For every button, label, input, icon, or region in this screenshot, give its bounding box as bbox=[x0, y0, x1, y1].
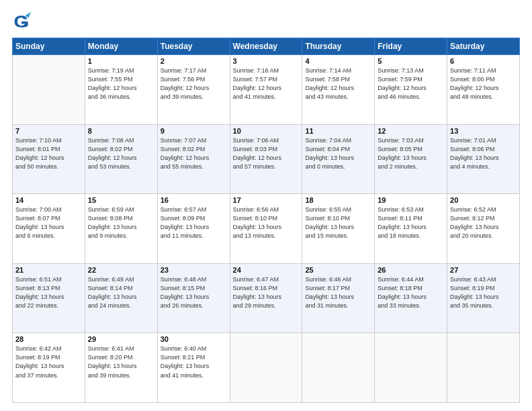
day-number: 7 bbox=[15, 127, 82, 135]
day-number: 8 bbox=[88, 127, 154, 135]
calendar-cell: 25Sunrise: 6:46 AM Sunset: 8:17 PM Dayli… bbox=[302, 263, 375, 333]
calendar-cell: 26Sunrise: 6:44 AM Sunset: 8:18 PM Dayli… bbox=[375, 263, 447, 333]
day-number: 13 bbox=[450, 127, 517, 135]
weekday-header-friday: Friday bbox=[375, 38, 447, 55]
day-info: Sunrise: 7:16 AM Sunset: 7:57 PM Dayligh… bbox=[233, 66, 300, 101]
day-number: 6 bbox=[450, 57, 517, 65]
calendar-cell: 8Sunrise: 7:08 AM Sunset: 8:02 PM Daylig… bbox=[85, 124, 157, 194]
day-info: Sunrise: 6:44 AM Sunset: 8:18 PM Dayligh… bbox=[378, 275, 444, 310]
calendar-cell: 18Sunrise: 6:55 AM Sunset: 8:10 PM Dayli… bbox=[302, 194, 375, 264]
calendar-cell: 11Sunrise: 7:04 AM Sunset: 8:04 PM Dayli… bbox=[302, 124, 375, 194]
day-info: Sunrise: 6:40 AM Sunset: 8:21 PM Dayligh… bbox=[161, 345, 227, 379]
calendar-cell bbox=[375, 333, 447, 403]
day-number: 15 bbox=[88, 196, 154, 204]
day-info: Sunrise: 7:03 AM Sunset: 8:05 PM Dayligh… bbox=[378, 136, 444, 171]
day-number: 12 bbox=[378, 127, 444, 135]
calendar-cell: 4Sunrise: 7:14 AM Sunset: 7:58 PM Daylig… bbox=[302, 55, 375, 125]
day-info: Sunrise: 6:55 AM Sunset: 8:10 PM Dayligh… bbox=[305, 205, 371, 240]
day-info: Sunrise: 6:41 AM Sunset: 8:20 PM Dayligh… bbox=[88, 345, 154, 379]
day-number: 18 bbox=[305, 196, 371, 204]
day-info: Sunrise: 7:10 AM Sunset: 8:01 PM Dayligh… bbox=[15, 136, 82, 171]
day-info: Sunrise: 7:13 AM Sunset: 7:59 PM Dayligh… bbox=[378, 66, 444, 101]
day-info: Sunrise: 6:59 AM Sunset: 8:08 PM Dayligh… bbox=[88, 205, 154, 240]
day-number: 22 bbox=[88, 266, 154, 274]
day-number: 23 bbox=[161, 266, 227, 274]
day-number: 2 bbox=[161, 57, 227, 65]
weekday-header-row: SundayMondayTuesdayWednesdayThursdayFrid… bbox=[13, 38, 520, 55]
calendar-cell: 29Sunrise: 6:41 AM Sunset: 8:20 PM Dayli… bbox=[85, 333, 157, 403]
calendar-cell: 12Sunrise: 7:03 AM Sunset: 8:05 PM Dayli… bbox=[375, 124, 447, 194]
calendar-table: SundayMondayTuesdayWednesdayThursdayFrid… bbox=[12, 38, 520, 403]
calendar-cell: 13Sunrise: 7:01 AM Sunset: 8:06 PM Dayli… bbox=[447, 124, 520, 194]
page: SundayMondayTuesdayWednesdayThursdayFrid… bbox=[0, 0, 532, 411]
day-info: Sunrise: 7:06 AM Sunset: 8:03 PM Dayligh… bbox=[233, 136, 300, 171]
day-info: Sunrise: 6:43 AM Sunset: 8:19 PM Dayligh… bbox=[450, 275, 517, 310]
calendar-week-row: 14Sunrise: 7:00 AM Sunset: 8:07 PM Dayli… bbox=[13, 194, 520, 264]
day-number: 21 bbox=[15, 266, 82, 274]
calendar-cell: 19Sunrise: 6:53 AM Sunset: 8:11 PM Dayli… bbox=[375, 194, 447, 264]
calendar-cell: 1Sunrise: 7:19 AM Sunset: 7:55 PM Daylig… bbox=[85, 55, 157, 125]
calendar-cell: 21Sunrise: 6:51 AM Sunset: 8:13 PM Dayli… bbox=[13, 263, 85, 333]
day-info: Sunrise: 6:56 AM Sunset: 8:10 PM Dayligh… bbox=[233, 205, 300, 240]
calendar-cell: 3Sunrise: 7:16 AM Sunset: 7:57 PM Daylig… bbox=[230, 55, 302, 125]
weekday-header-saturday: Saturday bbox=[447, 38, 520, 55]
calendar-cell bbox=[302, 333, 375, 403]
day-number: 17 bbox=[233, 196, 300, 204]
day-info: Sunrise: 6:52 AM Sunset: 8:12 PM Dayligh… bbox=[450, 205, 517, 240]
calendar-cell: 30Sunrise: 6:40 AM Sunset: 8:21 PM Dayli… bbox=[157, 333, 230, 403]
calendar-cell: 20Sunrise: 6:52 AM Sunset: 8:12 PM Dayli… bbox=[447, 194, 520, 264]
logo bbox=[12, 12, 34, 31]
day-number: 1 bbox=[88, 57, 154, 65]
weekday-header-thursday: Thursday bbox=[302, 38, 375, 55]
day-info: Sunrise: 7:11 AM Sunset: 8:00 PM Dayligh… bbox=[450, 66, 517, 101]
day-number: 3 bbox=[233, 57, 300, 65]
day-number: 16 bbox=[161, 196, 227, 204]
weekday-header-tuesday: Tuesday bbox=[157, 38, 230, 55]
day-info: Sunrise: 7:19 AM Sunset: 7:55 PM Dayligh… bbox=[88, 66, 154, 101]
day-number: 27 bbox=[450, 266, 517, 274]
calendar-cell bbox=[13, 55, 85, 125]
day-info: Sunrise: 6:51 AM Sunset: 8:13 PM Dayligh… bbox=[15, 275, 82, 310]
calendar-cell: 2Sunrise: 7:17 AM Sunset: 7:56 PM Daylig… bbox=[157, 55, 230, 125]
calendar-cell bbox=[447, 333, 520, 403]
calendar-week-row: 21Sunrise: 6:51 AM Sunset: 8:13 PM Dayli… bbox=[13, 263, 520, 333]
day-number: 29 bbox=[88, 335, 154, 343]
day-info: Sunrise: 6:47 AM Sunset: 8:16 PM Dayligh… bbox=[233, 275, 300, 310]
day-number: 14 bbox=[15, 196, 82, 204]
day-number: 20 bbox=[450, 196, 517, 204]
calendar-week-row: 1Sunrise: 7:19 AM Sunset: 7:55 PM Daylig… bbox=[13, 55, 520, 125]
day-info: Sunrise: 7:04 AM Sunset: 8:04 PM Dayligh… bbox=[305, 136, 371, 171]
day-info: Sunrise: 7:08 AM Sunset: 8:02 PM Dayligh… bbox=[88, 136, 154, 171]
day-number: 11 bbox=[305, 127, 371, 135]
calendar-cell: 23Sunrise: 6:48 AM Sunset: 8:15 PM Dayli… bbox=[157, 263, 230, 333]
weekday-header-monday: Monday bbox=[85, 38, 157, 55]
calendar-cell: 10Sunrise: 7:06 AM Sunset: 8:03 PM Dayli… bbox=[230, 124, 302, 194]
day-number: 10 bbox=[233, 127, 300, 135]
calendar-cell: 14Sunrise: 7:00 AM Sunset: 8:07 PM Dayli… bbox=[13, 194, 85, 264]
weekday-header-wednesday: Wednesday bbox=[230, 38, 302, 55]
logo-icon bbox=[12, 12, 31, 31]
day-number: 5 bbox=[378, 57, 444, 65]
calendar-cell bbox=[230, 333, 302, 403]
day-number: 30 bbox=[161, 335, 227, 343]
day-number: 4 bbox=[305, 57, 371, 65]
calendar-cell: 7Sunrise: 7:10 AM Sunset: 8:01 PM Daylig… bbox=[13, 124, 85, 194]
day-number: 19 bbox=[378, 196, 444, 204]
calendar-cell: 28Sunrise: 6:42 AM Sunset: 8:19 PM Dayli… bbox=[13, 333, 85, 403]
day-info: Sunrise: 6:48 AM Sunset: 8:15 PM Dayligh… bbox=[161, 275, 227, 310]
calendar-cell: 5Sunrise: 7:13 AM Sunset: 7:59 PM Daylig… bbox=[375, 55, 447, 125]
day-number: 28 bbox=[15, 335, 82, 343]
day-number: 24 bbox=[233, 266, 300, 274]
calendar-cell: 27Sunrise: 6:43 AM Sunset: 8:19 PM Dayli… bbox=[447, 263, 520, 333]
day-info: Sunrise: 7:17 AM Sunset: 7:56 PM Dayligh… bbox=[161, 66, 227, 101]
day-info: Sunrise: 6:57 AM Sunset: 8:09 PM Dayligh… bbox=[161, 205, 227, 240]
day-info: Sunrise: 6:53 AM Sunset: 8:11 PM Dayligh… bbox=[378, 205, 444, 240]
day-info: Sunrise: 7:00 AM Sunset: 8:07 PM Dayligh… bbox=[15, 205, 82, 240]
calendar-cell: 6Sunrise: 7:11 AM Sunset: 8:00 PM Daylig… bbox=[447, 55, 520, 125]
calendar-cell: 17Sunrise: 6:56 AM Sunset: 8:10 PM Dayli… bbox=[230, 194, 302, 264]
calendar-cell: 15Sunrise: 6:59 AM Sunset: 8:08 PM Dayli… bbox=[85, 194, 157, 264]
day-number: 9 bbox=[161, 127, 227, 135]
header bbox=[12, 12, 520, 31]
day-number: 25 bbox=[305, 266, 371, 274]
calendar-cell: 16Sunrise: 6:57 AM Sunset: 8:09 PM Dayli… bbox=[157, 194, 230, 264]
